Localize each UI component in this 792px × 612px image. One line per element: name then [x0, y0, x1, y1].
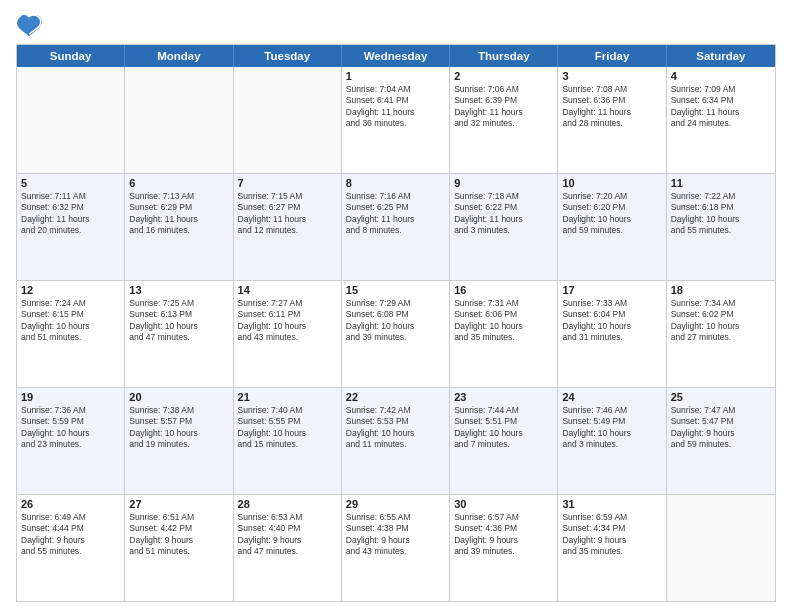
- header-day-monday: Monday: [125, 45, 233, 67]
- day-number: 21: [238, 391, 337, 403]
- day-info: Sunrise: 7:46 AM Sunset: 5:49 PM Dayligh…: [562, 405, 661, 451]
- calendar-day-23: 23Sunrise: 7:44 AM Sunset: 5:51 PM Dayli…: [450, 388, 558, 494]
- calendar-day-3: 3Sunrise: 7:08 AM Sunset: 6:36 PM Daylig…: [558, 67, 666, 173]
- calendar-day-5: 5Sunrise: 7:11 AM Sunset: 6:32 PM Daylig…: [17, 174, 125, 280]
- calendar-day-20: 20Sunrise: 7:38 AM Sunset: 5:57 PM Dayli…: [125, 388, 233, 494]
- day-info: Sunrise: 6:53 AM Sunset: 4:40 PM Dayligh…: [238, 512, 337, 558]
- day-info: Sunrise: 7:25 AM Sunset: 6:13 PM Dayligh…: [129, 298, 228, 344]
- logo-icon: [16, 10, 44, 38]
- day-info: Sunrise: 7:47 AM Sunset: 5:47 PM Dayligh…: [671, 405, 771, 451]
- header-day-thursday: Thursday: [450, 45, 558, 67]
- calendar-day-24: 24Sunrise: 7:46 AM Sunset: 5:49 PM Dayli…: [558, 388, 666, 494]
- calendar-day-13: 13Sunrise: 7:25 AM Sunset: 6:13 PM Dayli…: [125, 281, 233, 387]
- day-info: Sunrise: 7:31 AM Sunset: 6:06 PM Dayligh…: [454, 298, 553, 344]
- day-number: 19: [21, 391, 120, 403]
- day-number: 28: [238, 498, 337, 510]
- day-number: 27: [129, 498, 228, 510]
- calendar-day-21: 21Sunrise: 7:40 AM Sunset: 5:55 PM Dayli…: [234, 388, 342, 494]
- calendar-day-31: 31Sunrise: 6:59 AM Sunset: 4:34 PM Dayli…: [558, 495, 666, 601]
- day-info: Sunrise: 7:42 AM Sunset: 5:53 PM Dayligh…: [346, 405, 445, 451]
- day-number: 1: [346, 70, 445, 82]
- calendar-week-3: 12Sunrise: 7:24 AM Sunset: 6:15 PM Dayli…: [17, 281, 775, 388]
- day-number: 29: [346, 498, 445, 510]
- calendar-day-27: 27Sunrise: 6:51 AM Sunset: 4:42 PM Dayli…: [125, 495, 233, 601]
- calendar-week-2: 5Sunrise: 7:11 AM Sunset: 6:32 PM Daylig…: [17, 174, 775, 281]
- day-number: 10: [562, 177, 661, 189]
- day-info: Sunrise: 7:15 AM Sunset: 6:27 PM Dayligh…: [238, 191, 337, 237]
- day-number: 25: [671, 391, 771, 403]
- day-number: 22: [346, 391, 445, 403]
- calendar-day-30: 30Sunrise: 6:57 AM Sunset: 4:36 PM Dayli…: [450, 495, 558, 601]
- calendar-week-4: 19Sunrise: 7:36 AM Sunset: 5:59 PM Dayli…: [17, 388, 775, 495]
- calendar: SundayMondayTuesdayWednesdayThursdayFrid…: [16, 44, 776, 602]
- header-day-friday: Friday: [558, 45, 666, 67]
- day-number: 26: [21, 498, 120, 510]
- day-number: 3: [562, 70, 661, 82]
- day-number: 17: [562, 284, 661, 296]
- day-info: Sunrise: 7:44 AM Sunset: 5:51 PM Dayligh…: [454, 405, 553, 451]
- day-info: Sunrise: 7:29 AM Sunset: 6:08 PM Dayligh…: [346, 298, 445, 344]
- day-info: Sunrise: 7:34 AM Sunset: 6:02 PM Dayligh…: [671, 298, 771, 344]
- calendar-day-14: 14Sunrise: 7:27 AM Sunset: 6:11 PM Dayli…: [234, 281, 342, 387]
- day-number: 13: [129, 284, 228, 296]
- day-info: Sunrise: 7:11 AM Sunset: 6:32 PM Dayligh…: [21, 191, 120, 237]
- day-info: Sunrise: 6:55 AM Sunset: 4:38 PM Dayligh…: [346, 512, 445, 558]
- day-info: Sunrise: 7:09 AM Sunset: 6:34 PM Dayligh…: [671, 84, 771, 130]
- calendar-day-empty-0-0: [17, 67, 125, 173]
- calendar-day-8: 8Sunrise: 7:16 AM Sunset: 6:25 PM Daylig…: [342, 174, 450, 280]
- calendar-day-empty-4-6: [667, 495, 775, 601]
- day-info: Sunrise: 7:13 AM Sunset: 6:29 PM Dayligh…: [129, 191, 228, 237]
- logo: [16, 10, 48, 38]
- day-number: 30: [454, 498, 553, 510]
- calendar-day-12: 12Sunrise: 7:24 AM Sunset: 6:15 PM Dayli…: [17, 281, 125, 387]
- day-number: 24: [562, 391, 661, 403]
- calendar-day-18: 18Sunrise: 7:34 AM Sunset: 6:02 PM Dayli…: [667, 281, 775, 387]
- day-info: Sunrise: 7:06 AM Sunset: 6:39 PM Dayligh…: [454, 84, 553, 130]
- day-info: Sunrise: 7:36 AM Sunset: 5:59 PM Dayligh…: [21, 405, 120, 451]
- day-info: Sunrise: 6:59 AM Sunset: 4:34 PM Dayligh…: [562, 512, 661, 558]
- day-info: Sunrise: 7:33 AM Sunset: 6:04 PM Dayligh…: [562, 298, 661, 344]
- calendar-week-1: 1Sunrise: 7:04 AM Sunset: 6:41 PM Daylig…: [17, 67, 775, 174]
- calendar-header: SundayMondayTuesdayWednesdayThursdayFrid…: [17, 45, 775, 67]
- day-number: 2: [454, 70, 553, 82]
- calendar-day-1: 1Sunrise: 7:04 AM Sunset: 6:41 PM Daylig…: [342, 67, 450, 173]
- header-day-saturday: Saturday: [667, 45, 775, 67]
- day-number: 8: [346, 177, 445, 189]
- calendar-day-10: 10Sunrise: 7:20 AM Sunset: 6:20 PM Dayli…: [558, 174, 666, 280]
- day-info: Sunrise: 7:27 AM Sunset: 6:11 PM Dayligh…: [238, 298, 337, 344]
- page-header: [16, 10, 776, 38]
- day-info: Sunrise: 7:22 AM Sunset: 6:18 PM Dayligh…: [671, 191, 771, 237]
- day-info: Sunrise: 7:04 AM Sunset: 6:41 PM Dayligh…: [346, 84, 445, 130]
- calendar-day-26: 26Sunrise: 6:49 AM Sunset: 4:44 PM Dayli…: [17, 495, 125, 601]
- day-number: 15: [346, 284, 445, 296]
- day-info: Sunrise: 6:51 AM Sunset: 4:42 PM Dayligh…: [129, 512, 228, 558]
- day-number: 11: [671, 177, 771, 189]
- day-info: Sunrise: 7:20 AM Sunset: 6:20 PM Dayligh…: [562, 191, 661, 237]
- calendar-day-empty-0-1: [125, 67, 233, 173]
- day-number: 6: [129, 177, 228, 189]
- day-info: Sunrise: 6:49 AM Sunset: 4:44 PM Dayligh…: [21, 512, 120, 558]
- calendar-day-15: 15Sunrise: 7:29 AM Sunset: 6:08 PM Dayli…: [342, 281, 450, 387]
- day-info: Sunrise: 7:24 AM Sunset: 6:15 PM Dayligh…: [21, 298, 120, 344]
- calendar-day-empty-0-2: [234, 67, 342, 173]
- day-info: Sunrise: 7:08 AM Sunset: 6:36 PM Dayligh…: [562, 84, 661, 130]
- day-number: 31: [562, 498, 661, 510]
- day-number: 7: [238, 177, 337, 189]
- day-number: 9: [454, 177, 553, 189]
- calendar-day-2: 2Sunrise: 7:06 AM Sunset: 6:39 PM Daylig…: [450, 67, 558, 173]
- calendar-day-4: 4Sunrise: 7:09 AM Sunset: 6:34 PM Daylig…: [667, 67, 775, 173]
- calendar-week-5: 26Sunrise: 6:49 AM Sunset: 4:44 PM Dayli…: [17, 495, 775, 601]
- day-number: 4: [671, 70, 771, 82]
- day-number: 5: [21, 177, 120, 189]
- day-info: Sunrise: 7:18 AM Sunset: 6:22 PM Dayligh…: [454, 191, 553, 237]
- calendar-day-9: 9Sunrise: 7:18 AM Sunset: 6:22 PM Daylig…: [450, 174, 558, 280]
- calendar-day-7: 7Sunrise: 7:15 AM Sunset: 6:27 PM Daylig…: [234, 174, 342, 280]
- day-number: 16: [454, 284, 553, 296]
- calendar-body: 1Sunrise: 7:04 AM Sunset: 6:41 PM Daylig…: [17, 67, 775, 601]
- calendar-day-28: 28Sunrise: 6:53 AM Sunset: 4:40 PM Dayli…: [234, 495, 342, 601]
- calendar-day-11: 11Sunrise: 7:22 AM Sunset: 6:18 PM Dayli…: [667, 174, 775, 280]
- calendar-day-29: 29Sunrise: 6:55 AM Sunset: 4:38 PM Dayli…: [342, 495, 450, 601]
- calendar-day-22: 22Sunrise: 7:42 AM Sunset: 5:53 PM Dayli…: [342, 388, 450, 494]
- header-day-wednesday: Wednesday: [342, 45, 450, 67]
- day-info: Sunrise: 7:40 AM Sunset: 5:55 PM Dayligh…: [238, 405, 337, 451]
